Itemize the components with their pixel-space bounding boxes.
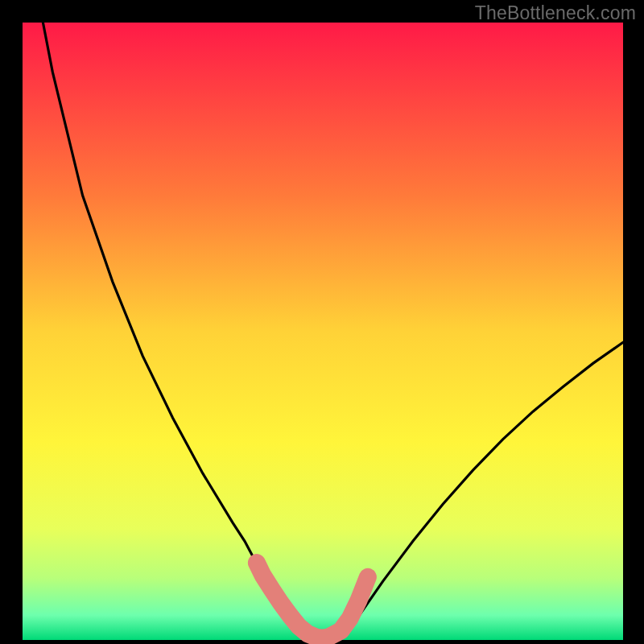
watermark: TheBottleneck.com: [475, 2, 636, 24]
plot-background: [23, 23, 623, 640]
chart-canvas: [0, 0, 644, 644]
